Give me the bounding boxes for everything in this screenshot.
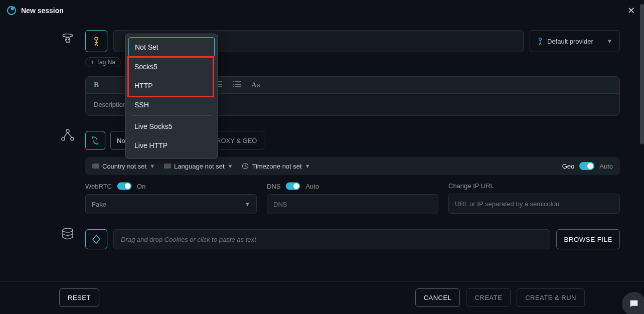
- fingerprint-button[interactable]: [85, 30, 107, 52]
- scrollbar[interactable]: [640, 4, 644, 144]
- language-select[interactable]: Language not set ▼: [164, 163, 233, 170]
- create-button[interactable]: CREATE: [466, 288, 511, 307]
- dns-status: Auto: [305, 183, 319, 190]
- svg-line-22: [68, 132, 72, 137]
- provider-select[interactable]: Default provider ▼: [530, 30, 620, 52]
- create-run-button[interactable]: CREATE & RUN: [517, 288, 585, 307]
- webrtc-mode-select[interactable]: Fake ▼: [85, 194, 257, 214]
- flag-icon: [92, 164, 99, 169]
- change-ip-input-wrap: [448, 194, 620, 214]
- dropdown-item-socks5[interactable]: Socks5: [128, 57, 215, 76]
- modal-content: Default provider ▼ + Tag Na B ¶: [0, 20, 640, 281]
- webrtc-toggle[interactable]: [117, 182, 132, 190]
- geo-bar: Country not set ▼ Language not set ▼ Tim…: [85, 157, 620, 175]
- dns-input-wrap: [267, 194, 438, 214]
- modal-title: New session: [21, 7, 64, 15]
- chevron-down-icon: ▼: [245, 201, 250, 207]
- country-select[interactable]: Country not set ▼: [92, 163, 155, 170]
- numbered-list-button[interactable]: [232, 81, 241, 89]
- font-size-button[interactable]: Aa: [251, 81, 260, 89]
- database-icon: [60, 226, 75, 241]
- modal-header: New session ✕: [0, 0, 644, 21]
- plus-icon: +: [91, 59, 94, 66]
- dropdown-item-live-socks5[interactable]: Live Socks5: [128, 117, 215, 136]
- svg-point-2: [66, 39, 67, 40]
- browse-file-button[interactable]: BROWSE FILE: [556, 229, 620, 249]
- chat-button[interactable]: [622, 292, 644, 314]
- network-icon: [60, 128, 75, 143]
- app-icon: [6, 5, 17, 16]
- clock-icon: [242, 163, 249, 170]
- chevron-down-icon: ▼: [228, 163, 233, 169]
- svg-point-19: [62, 137, 65, 140]
- proxy-type-dropdown: Not Set Socks5 HTTP SSH Live Socks5 Live…: [125, 34, 218, 159]
- webrtc-status: On: [137, 183, 145, 190]
- close-icon[interactable]: ✕: [625, 5, 637, 16]
- dropdown-item-ssh[interactable]: SSH: [128, 95, 215, 114]
- svg-point-26: [63, 228, 73, 232]
- dropdown-item-http[interactable]: HTTP: [128, 76, 215, 95]
- dropdown-item-live-http[interactable]: Live HTTP: [128, 136, 215, 155]
- cancel-button[interactable]: CANCEL: [415, 288, 460, 307]
- flag-icon: [164, 164, 171, 169]
- timezone-select[interactable]: Timezone not set ▼: [242, 163, 310, 170]
- cookies-dropzone[interactable]: Drag and drop Cookies or click to paste …: [113, 229, 550, 249]
- webrtc-label: WebRTC: [85, 183, 112, 190]
- svg-point-3: [69, 39, 70, 40]
- geo-auto-toggle[interactable]: [579, 162, 594, 170]
- auto-label: Auto: [599, 163, 613, 170]
- dns-label: DNS: [267, 183, 280, 190]
- chevron-down-icon: ▼: [607, 38, 612, 44]
- bold-button[interactable]: B: [94, 81, 99, 89]
- provider-label: Default provider: [547, 38, 593, 45]
- dns-toggle[interactable]: [286, 182, 300, 190]
- change-ip-input[interactable]: [455, 200, 613, 208]
- chevron-down-icon: ▼: [305, 163, 310, 169]
- dropdown-separator: [131, 115, 212, 116]
- dropdown-item-not-set[interactable]: Not Set: [128, 37, 215, 57]
- profile-icon: [60, 31, 75, 46]
- webrtc-value: Fake: [92, 201, 106, 208]
- cookies-placeholder: Drag and drop Cookies or click to paste …: [121, 236, 256, 243]
- svg-point-4: [95, 37, 98, 40]
- change-ip-label: Change IP URL: [448, 182, 494, 190]
- chevron-down-icon: ▼: [149, 163, 155, 169]
- svg-point-18: [66, 129, 69, 132]
- proxy-refresh-button[interactable]: [85, 131, 105, 150]
- modal-footer: RESET CANCEL CREATE CREATE & RUN: [0, 281, 644, 314]
- geo-label: Geo: [562, 163, 575, 170]
- svg-point-5: [539, 38, 542, 41]
- svg-point-20: [71, 137, 74, 140]
- svg-line-21: [64, 132, 68, 137]
- add-tag-button[interactable]: + Tag Na: [85, 57, 121, 67]
- dns-input[interactable]: [273, 201, 432, 208]
- tag-label: Tag Na: [96, 59, 115, 66]
- cookies-icon-button[interactable]: [85, 229, 107, 249]
- reset-button[interactable]: RESET: [59, 288, 99, 307]
